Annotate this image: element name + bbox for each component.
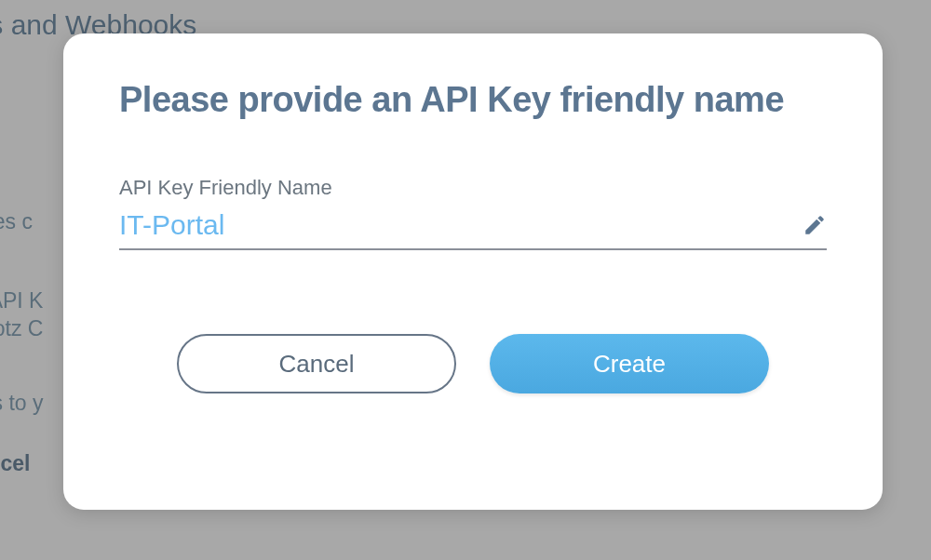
background-text: (API K — [0, 288, 43, 313]
friendly-name-label: API Key Friendly Name — [119, 176, 827, 200]
modal-title: Please provide an API Key friendly name — [119, 80, 827, 120]
field-group: API Key Friendly Name — [119, 176, 827, 250]
friendly-name-input[interactable] — [119, 209, 803, 241]
cancel-button[interactable]: Cancel — [177, 334, 456, 393]
background-text: 1-cel — [0, 451, 30, 476]
api-key-name-modal: Please provide an API Key friendly name … — [63, 33, 883, 510]
edit-icon[interactable] — [803, 213, 827, 237]
create-button[interactable]: Create — [490, 334, 769, 393]
background-text: ss to y — [0, 391, 43, 416]
background-text: notz C — [0, 316, 43, 341]
input-row — [119, 209, 827, 250]
background-text: des c — [0, 209, 33, 234]
button-row: Cancel Create — [119, 334, 827, 393]
